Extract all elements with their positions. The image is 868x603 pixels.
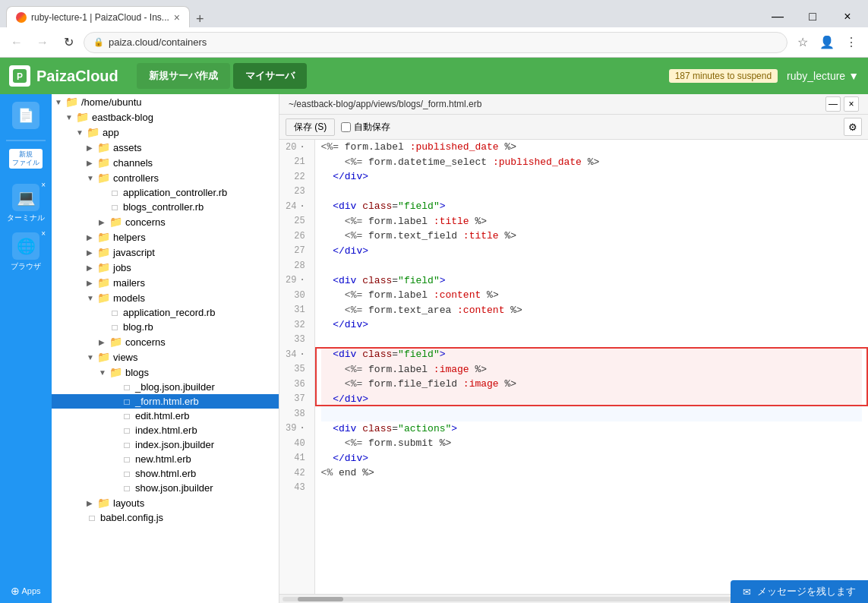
folder-icon: 📁 (97, 246, 110, 258)
line-number: 29 (286, 273, 308, 289)
tab-bar: ruby-lecture-1 | PaizaCloud - Ins... × +… (0, 0, 868, 27)
tree-item-views[interactable]: ▼ 📁 views (52, 349, 279, 365)
active-tab[interactable]: ruby-lecture-1 | PaizaCloud - Ins... × (6, 6, 190, 27)
settings-button[interactable]: ⚙ (844, 118, 862, 136)
tree-item-blog-json[interactable]: □ _blog.json.jbuilder (52, 380, 279, 394)
tree-arrow: ▼ (65, 113, 76, 122)
tree-item-controllers[interactable]: ▼ 📁 controllers (52, 170, 279, 185)
tree-item-show-html[interactable]: □ show.html.erb (52, 466, 279, 481)
tree-item-layouts[interactable]: ▶ 📁 layouts (52, 495, 279, 510)
tree-arrow: ▼ (87, 353, 97, 361)
line-number: 38 (286, 406, 308, 421)
tree-label: helpers (113, 232, 146, 243)
tab-close-button[interactable]: × (174, 12, 180, 23)
reload-button[interactable]: ↻ (58, 32, 79, 53)
tree-label: views (113, 352, 138, 363)
editor-content[interactable]: 2021222324252627282930313233343536373839… (279, 140, 868, 594)
tree-item-mailers[interactable]: ▶ 📁 mailers (52, 275, 279, 290)
editor-title-actions: — × (825, 96, 859, 112)
user-name: ruby_lecture (787, 70, 845, 82)
tree-root[interactable]: ▼ 📁 /home/ubuntu (52, 94, 279, 109)
tree-arrow: ▼ (87, 294, 97, 302)
star-button[interactable]: ☆ (792, 32, 813, 53)
tree-arrow: ▶ (87, 144, 97, 152)
tree-item-helpers[interactable]: ▶ 📁 helpers (52, 229, 279, 245)
editor-title-bar: ~/eastback-blog/app/views/blogs/_form.ht… (279, 94, 868, 115)
folder-icon: 📁 (97, 276, 110, 289)
tree-item-babel-config[interactable]: □ babel.config.js (52, 510, 279, 525)
tab-favicon (16, 12, 27, 23)
tree-item-application-record[interactable]: □ application_record.rb (52, 305, 279, 320)
paiza-logo: P PaizaCloud (9, 65, 118, 87)
close-button[interactable]: × (830, 6, 865, 27)
user-menu[interactable]: ruby_lecture ▼ (787, 70, 859, 82)
tree-item-channels[interactable]: ▶ 📁 channels (52, 155, 279, 170)
url-text: paiza.cloud/containers (109, 36, 207, 48)
editor-minimize-button[interactable]: — (825, 96, 841, 112)
tree-label: blogs (125, 367, 149, 378)
maximize-button[interactable]: □ (795, 6, 830, 27)
file-tree[interactable]: ▼ 📁 /home/ubuntu ▼ 📁 eastback-blog ▼ 📁 a… (52, 94, 279, 603)
folder-icon: 📁 (109, 216, 122, 228)
scrollbar-thumb[interactable] (298, 597, 343, 601)
tree-label: concerns (125, 216, 166, 228)
autosave-checkbox[interactable] (341, 122, 351, 132)
tree-item-form-html[interactable]: □ _form.html.erb (52, 394, 279, 409)
code-line: <%= form.label :published_date %> (321, 140, 862, 155)
new-server-button[interactable]: 新規サーバ作成 (137, 63, 230, 89)
file-icon: □ (109, 202, 120, 213)
tree-item-blogs[interactable]: ▼ 📁 blogs (52, 365, 279, 380)
terminal-close-icon[interactable]: × (41, 181, 46, 189)
tree-item-blogs-controller[interactable]: □ blogs_controller.rb (52, 200, 279, 214)
tree-item-assets[interactable]: ▶ 📁 assets (52, 140, 279, 155)
sidebar-item-terminal[interactable]: 💻 ターミナル × (5, 181, 47, 226)
main-content: 📄 新規ファイル 💻 ターミナル × 🌐 ブラウザ × ⊕ +⊕ Apps Ap… (0, 94, 868, 603)
tree-item-jobs[interactable]: ▶ 📁 jobs (52, 260, 279, 275)
forward-button[interactable]: → (32, 32, 53, 53)
new-tab-button[interactable]: + (190, 11, 210, 27)
apps-button[interactable]: ⊕ +⊕ Apps Apps (6, 583, 45, 598)
sidebar-item-new-file[interactable]: 新規ファイル (5, 146, 47, 172)
tree-label: edit.html.erb (135, 410, 190, 421)
tree-item-models[interactable]: ▼ 📁 models (52, 290, 279, 305)
tree-item-index-html[interactable]: □ index.html.erb (52, 423, 279, 437)
sidebar-item-browser[interactable]: 🌐 ブラウザ × (5, 229, 47, 275)
back-button[interactable]: ← (6, 32, 27, 53)
url-bar[interactable]: 🔒 paiza.cloud/containers (84, 32, 788, 53)
browser-close-icon[interactable]: × (41, 229, 46, 238)
secure-icon: 🔒 (93, 37, 104, 47)
tree-item-show-json[interactable]: □ show.json.jbuilder (52, 481, 279, 495)
code-line: </div> (321, 244, 862, 259)
tree-item-concerns-model[interactable]: ▶ 📁 concerns (52, 334, 279, 349)
tree-item-app[interactable]: ▼ 📁 app (52, 125, 279, 140)
sidebar-item-file[interactable]: 📄 (5, 99, 47, 132)
folder-icon: 📁 (109, 366, 122, 378)
code-line: </div> (321, 169, 862, 185)
file-icon: □ (87, 513, 97, 523)
tree-label: babel.config.js (100, 512, 163, 523)
line-number: 39 (286, 421, 308, 437)
tree-item-index-json[interactable]: □ index.json.jbuilder (52, 437, 279, 452)
menu-button[interactable]: ⋮ (841, 32, 862, 53)
code-area[interactable]: <%= form.label :published_date %> <%= fo… (315, 140, 868, 594)
line-number: 36 (286, 377, 308, 392)
tree-arrow: ▼ (99, 368, 109, 377)
my-server-button[interactable]: マイサーバ (233, 63, 307, 89)
tree-arrow: ▶ (87, 233, 97, 242)
user-button[interactable]: 👤 (816, 32, 838, 53)
tree-item-eastback-blog[interactable]: ▼ 📁 eastback-blog (52, 109, 279, 125)
folder-icon: 📁 (97, 141, 110, 153)
autosave-checkbox-container[interactable]: 自動保存 (341, 121, 390, 134)
save-button[interactable]: 保存 (S) (286, 118, 335, 136)
tree-item-application-controller[interactable]: □ application_controller.rb (52, 185, 279, 200)
tree-item-javascript[interactable]: ▶ 📁 javascript (52, 245, 279, 260)
editor-close-button[interactable]: × (844, 96, 859, 112)
tree-item-concerns-ctrl[interactable]: ▶ 📁 concerns (52, 214, 279, 229)
tree-item-new-html[interactable]: □ new.html.erb (52, 452, 279, 466)
bottom-message-bar[interactable]: ✉ メッセージを残します (731, 580, 868, 603)
folder-icon: 📁 (97, 172, 110, 184)
tree-label: _blog.json.jbuilder (135, 381, 215, 393)
minimize-button[interactable]: — (760, 6, 795, 27)
tree-item-edit-html[interactable]: □ edit.html.erb (52, 409, 279, 423)
tree-item-blog[interactable]: □ blog.rb (52, 320, 279, 334)
